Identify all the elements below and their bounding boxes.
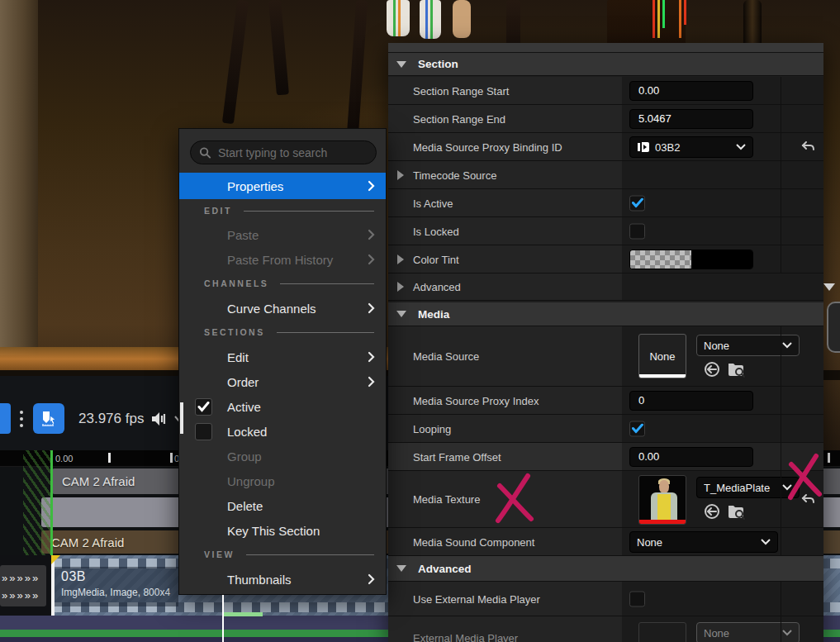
category-title: Section: [418, 58, 458, 70]
collapse-arrow-icon[interactable]: [396, 565, 406, 572]
collapse-arrow-icon[interactable]: [396, 311, 406, 317]
media-sound-value: None: [637, 536, 761, 549]
expand-arrow-icon[interactable]: [397, 254, 404, 264]
media-sound-dropdown[interactable]: None: [629, 531, 778, 553]
media-source-thumbnail[interactable]: None: [638, 334, 686, 378]
menu-item-label: Paste From History: [227, 253, 333, 267]
reset-to-default-icon[interactable]: [800, 140, 816, 155]
is-locked-checkbox[interactable]: [629, 223, 645, 239]
section-range-end-input[interactable]: 5.0467: [629, 109, 753, 129]
options-kebab-button[interactable]: [12, 403, 31, 434]
menu-item-paste-from-history[interactable]: Paste From History: [179, 247, 386, 272]
menu-item-thumbnails[interactable]: Thumbnails: [179, 567, 386, 592]
expand-arrow-icon[interactable]: [397, 170, 404, 180]
audio-speaker-icon[interactable]: [150, 411, 167, 426]
external-player-thumbnail[interactable]: None: [638, 622, 686, 642]
use-selected-asset-icon[interactable]: [702, 502, 722, 521]
marked-frame-button[interactable]: [33, 403, 64, 434]
row-advanced-section[interactable]: Advanced: [388, 273, 823, 301]
clip-title: 03B: [61, 569, 178, 584]
external-player-value: None: [704, 627, 782, 640]
category-header-advanced[interactable]: Advanced: [388, 556, 823, 582]
menu-item-properties[interactable]: Properties: [179, 173, 386, 199]
menu-search-box[interactable]: [190, 140, 377, 164]
menu-item-delete[interactable]: Delete: [179, 493, 386, 518]
menu-item-locked[interactable]: Locked: [179, 419, 386, 444]
fps-display[interactable]: 23.976 fps: [78, 411, 144, 427]
scene-glitch-streak: [657, 0, 660, 38]
color-tint-swatch[interactable]: [629, 250, 753, 269]
binding-id-value: 03B2: [655, 141, 736, 154]
submenu-chevron-icon: [368, 229, 375, 240]
search-input[interactable]: [218, 146, 368, 159]
menu-item-key-this-section[interactable]: Key This Section: [179, 518, 386, 543]
panel-grip[interactable]: [388, 43, 823, 53]
external-player-dropdown[interactable]: None: [696, 622, 800, 642]
playhead[interactable]: [222, 595, 224, 642]
toolbar-partial-button[interactable]: [0, 403, 11, 434]
binding-id-dropdown[interactable]: 03B2: [629, 136, 753, 158]
collapse-arrow-icon[interactable]: [396, 61, 406, 68]
menu-item-curve-channels[interactable]: Curve Channels: [179, 296, 386, 321]
media-texture-thumbnail[interactable]: [638, 475, 686, 525]
browse-to-asset-icon[interactable]: [727, 502, 747, 521]
row-looping: Looping: [388, 415, 823, 443]
menu-item-label: Key This Section: [227, 524, 320, 538]
chevron-glyphs: »»»»»: [2, 572, 40, 584]
use-selected-asset-icon[interactable]: [702, 359, 722, 379]
menu-item-label: Active: [227, 400, 261, 414]
scene-chair-leg: [346, 0, 368, 149]
menu-item-order[interactable]: Order: [179, 369, 386, 394]
property-label: Timecode Source: [413, 169, 496, 181]
menu-item-ungroup[interactable]: Ungroup: [179, 468, 386, 493]
ruler-time-label: 0.00: [55, 454, 73, 464]
asset-color-bar: [639, 374, 686, 378]
menu-item-paste[interactable]: Paste: [179, 222, 386, 247]
category-header-section[interactable]: Section: [388, 53, 823, 76]
menu-section-channels: CHANNELS: [179, 278, 386, 289]
scene-leg: [453, 0, 471, 38]
submenu-chevron-icon: [368, 180, 375, 192]
row-external-media-player: External Media Player None None: [388, 616, 823, 642]
proxy-index-input[interactable]: 0: [629, 391, 753, 411]
use-external-media-player-checkbox[interactable]: [629, 591, 645, 606]
browse-to-asset-icon[interactable]: [727, 359, 747, 379]
menu-item-group[interactable]: Group: [179, 444, 386, 468]
submenu-chevron-icon: [368, 302, 375, 314]
scene-glitch-streak: [684, 0, 686, 25]
row-timecode-source[interactable]: Timecode Source: [388, 161, 823, 189]
category-title: Advanced: [418, 563, 472, 575]
category-header-media[interactable]: Media: [388, 302, 823, 326]
is-active-checkbox[interactable]: [629, 195, 645, 211]
section-start-marker[interactable]: [50, 450, 53, 555]
row-media-source-proxy-index: Media Source Proxy Index 0: [388, 387, 823, 415]
marker-cursor-icon: [39, 409, 59, 429]
menu-item-label: Paste: [227, 228, 259, 242]
section-range-start-input[interactable]: 0.00: [629, 81, 753, 101]
locked-checkbox[interactable]: [195, 423, 212, 440]
menu-item-label: Thumbnails: [227, 573, 292, 587]
menu-item-edit[interactable]: Edit: [179, 345, 386, 369]
menu-item-active[interactable]: Active: [179, 394, 386, 419]
alpha-checker: [630, 250, 691, 269]
active-checkbox[interactable]: [195, 398, 212, 416]
chevron-glyphs: »»»»»: [2, 589, 40, 602]
menu-item-label: Order: [227, 375, 259, 389]
chevron-down-icon: [761, 539, 771, 545]
scene-chair-leg: [268, 0, 289, 95]
start-frame-offset-input[interactable]: 0.00: [629, 447, 753, 467]
section-properties-panel: Section Section Range Start 0.00 Section…: [388, 43, 823, 642]
ruler-tick: [828, 453, 830, 463]
scene-boot: [387, 0, 410, 36]
camera-binding-icon: [637, 141, 650, 153]
ruler-tick: [170, 453, 173, 463]
property-label: Is Active: [413, 197, 453, 209]
color-solid: [691, 250, 752, 269]
menu-item-label: Ungroup: [227, 474, 275, 488]
property-label: Media Source: [413, 350, 479, 363]
media-source-dropdown[interactable]: None: [696, 335, 800, 356]
chevron-clip[interactable]: »»»»» »»»»»: [0, 565, 46, 606]
property-label: Section Range End: [413, 112, 505, 125]
looping-checkbox[interactable]: [629, 421, 645, 436]
expand-arrow-icon[interactable]: [397, 282, 404, 292]
